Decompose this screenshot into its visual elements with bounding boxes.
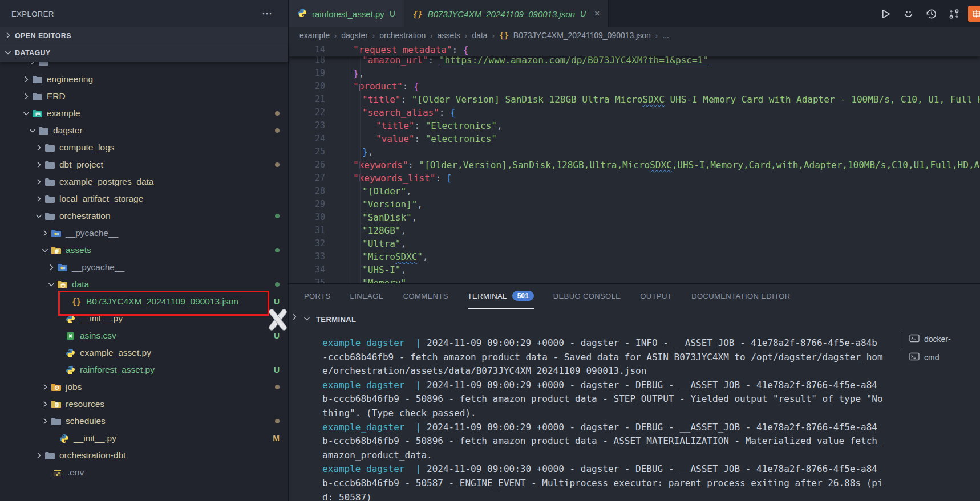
feedback-smiley-icon[interactable] [901,7,915,21]
tree-item-__init__.py[interactable]: __init__.pyM [0,430,288,447]
code-line-24[interactable]: 24"value": "electronics" [289,132,980,145]
chevron-down-icon [46,280,56,289]
panel-tab-label: TERMINAL [468,292,507,300]
code-line-26[interactable]: 26"keywords": "[Older,Version],SanDisk,1… [289,158,980,172]
breadcrumb-separator: › [334,31,337,40]
tree-item-resources[interactable]: resources [0,396,288,413]
breadcrumb-item-example[interactable]: example [299,31,330,40]
tree-item-schedules[interactable]: schedules [0,413,288,430]
compare-changes-icon[interactable] [947,7,961,21]
code-line-34[interactable]: 34"UHS-I", [289,263,980,276]
open-editors-section[interactable]: OPEN EDITORS [0,27,288,44]
tree-item-assets[interactable]: assets [0,242,288,259]
code-line-32[interactable]: 32"Ultra", [289,237,980,250]
terminal-instance-cmd[interactable]: cmd [909,348,980,366]
code-line-19[interactable]: 19}, [289,67,980,80]
tree-item-jobs[interactable]: jobs [0,378,288,396]
terminal-instance-docker[interactable]: docker- [909,330,980,348]
terminal-line: b-cccb68b46fb9 - 50896 - fetch_amazon_pr… [322,392,913,406]
code-line-35[interactable]: 35"Memory" [289,276,980,283]
code-line-22[interactable]: 22"search_alias": { [289,106,980,119]
chevron-right-icon [40,417,50,426]
breadcrumb-separator: › [492,31,495,40]
tree-item-.env[interactable]: .env [0,464,288,481]
tree-item-orchestration[interactable]: orchestration [0,207,288,225]
python-icon [297,8,307,19]
translate-extension-icon[interactable] [968,6,980,22]
line-number: 34 [289,263,325,276]
code-line-29[interactable]: 29"Version]", [289,198,980,211]
tree-item-ERD[interactable]: ERD [0,88,288,105]
tree-item-__pycache__[interactable]: __pycache__ [0,225,288,242]
terminal-output[interactable]: example_dagster | 2024-11-09 09:00:29 +0… [322,336,913,501]
folder-open-icon [38,127,49,135]
sticky-scroll-line[interactable]: 14"request_metadata": { [289,43,980,56]
close-icon[interactable]: × [594,9,600,19]
panel-tab-ports[interactable]: PORTS [304,284,331,309]
run-icon[interactable] [878,7,892,21]
tree-item-example[interactable]: example [0,105,288,122]
chevron-down-icon [21,109,31,118]
tree-item-label: example [47,108,80,119]
folder-open-icon [44,212,55,221]
breadcrumb-item-assets[interactable]: assets [438,31,460,40]
more-actions-icon[interactable]: ⋯ [262,7,273,20]
code-line-33[interactable]: 33"MicroSDXC", [289,250,980,263]
git-modified-dot [275,214,280,218]
tree-item-partial[interactable] [0,62,288,71]
breadcrumb-item-data[interactable]: data [472,31,487,40]
breadcrumb-item-dagster[interactable]: dagster [341,31,368,40]
tree-item-compute_logs[interactable]: compute_logs [0,139,288,156]
panel-tab-terminal[interactable]: TERMINAL501 [468,284,534,309]
tree-item-engineering[interactable]: engineering [0,71,288,88]
tree-item-orchestration-dbt[interactable]: orchestration-dbt [0,447,288,464]
line-number: 26 [289,158,325,172]
panel-tab-lineage[interactable]: LINEAGE [350,284,384,309]
explorer-title: EXPLORER [11,10,54,18]
history-icon[interactable] [924,7,938,21]
tree-item-rainforest_asset.py[interactable]: rainforest_asset.pyU [0,361,288,378]
panel-tab-comments[interactable]: COMMENTS [403,284,448,309]
breadcrumb-more[interactable]: ... [662,31,669,40]
code-line-20[interactable]: 20"product": { [289,80,980,93]
folder-py-icon [50,229,62,238]
git-status-badge: U [274,331,280,340]
terminal-line: b-cccb68b46fb9 - 50587 - ENGINE_EVENT - … [322,476,913,491]
tree-item-__pycache__[interactable]: __pycache__ [0,259,288,276]
folder-py-icon [56,263,68,272]
tree-item-dbt_project[interactable]: dbt_project [0,156,288,173]
code-line-28[interactable]: 28"[Older", [289,185,980,198]
tree-item-__init__.py[interactable]: __init__.py [0,310,288,327]
line-number: 23 [289,119,325,132]
code-editor[interactable]: 18"amazon_url": "https://www.amazon.com/… [289,43,980,283]
panel-tab-documentation-editor[interactable]: DOCUMENTATION EDITOR [691,284,790,309]
breadcrumb-separator: › [655,31,658,40]
panel-tab-output[interactable]: OUTPUT [640,284,672,309]
breadcrumb-file[interactable]: B073JYC4XM_20241109_090013.json [513,31,651,40]
tree-item-example_postgres_data[interactable]: example_postgres_data [0,173,288,190]
tree-item-asins.csv[interactable]: asins.csvU [0,327,288,344]
code-line-30[interactable]: 30"SanDisk", [289,211,980,224]
workspace-section[interactable]: DATAGUY [0,44,288,62]
code-line-23[interactable]: 23"title": "Electronics", [289,119,980,132]
panel-expand-icon[interactable] [290,312,299,324]
tree-item-dagster[interactable]: dagster [0,122,288,139]
code-line-31[interactable]: 31"128GB", [289,224,980,237]
tab-rainforest_asset.py[interactable]: rainforest_asset.pyU [289,0,404,27]
tree-item-data[interactable]: data [0,276,288,293]
tab-B073JYC4XM_20241109_090013.json[interactable]: {}B073JYC4XM_20241109_090013.jsonU× [404,0,609,27]
panel-tab-debug-console[interactable]: DEBUG CONSOLE [553,284,621,309]
code-line-21[interactable]: 21"title": "[Older Version] SanDisk 128G… [289,93,980,106]
terminal-line: -cccb68b46fb9 - fetch_amazon_product_dat… [322,351,913,365]
tree-item-B073JYC4XM_20241109_090013.json[interactable]: {}B073JYC4XM_20241109_090013.jsonU [0,293,288,310]
code-line-25[interactable]: 25}, [289,145,980,158]
folder-icon [31,92,43,101]
breadcrumb-item-orchestration[interactable]: orchestration [379,31,426,40]
tree-item-local_artifact_storage[interactable]: local_artifact_storage [0,190,288,207]
tree-item-example_asset.py[interactable]: example_asset.py [0,344,288,361]
bottom-panel: PORTSLINEAGECOMMENTSTERMINAL501DEBUG CON… [289,283,980,501]
code-line-27[interactable]: 27"keywords_list": [ [289,172,980,185]
terminal-section-header[interactable]: TERMINAL [289,308,980,330]
line-number: 27 [289,172,325,185]
chevron-right-icon [34,194,44,203]
